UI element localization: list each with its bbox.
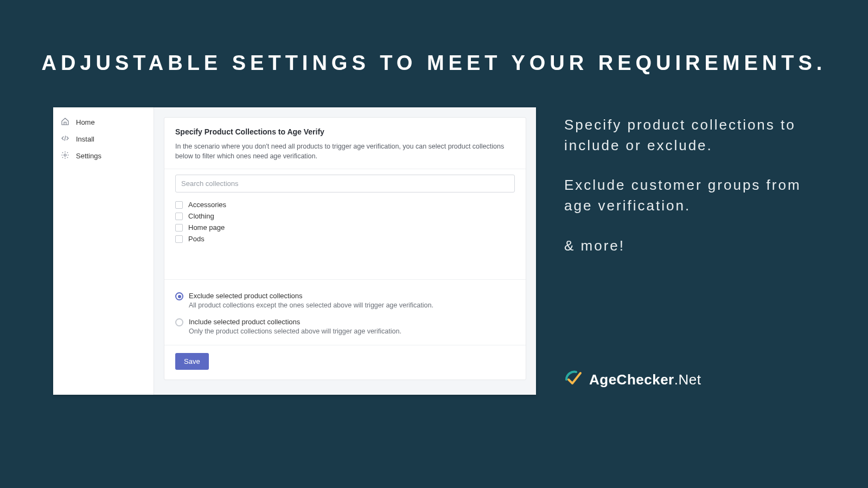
collection-row[interactable]: Accessories [175, 199, 515, 210]
sidebar-item-label: Install [76, 135, 94, 143]
card-title: Specify Product Collections to Age Verif… [175, 127, 515, 136]
checkbox-icon[interactable] [175, 224, 183, 232]
collection-row[interactable]: Clothing [175, 210, 515, 222]
radio-icon[interactable] [175, 292, 183, 300]
gear-icon [61, 151, 69, 161]
search-collections-input[interactable] [175, 175, 515, 192]
sidebar-item-label: Settings [76, 152, 101, 160]
collection-label: Home page [188, 223, 225, 232]
brand-text: AgeChecker.Net [589, 371, 701, 388]
promo-copy: Specify product collections to include o… [564, 115, 803, 275]
hero-title: ADJUSTABLE SETTINGS TO MEET YOUR REQUIRE… [0, 0, 868, 75]
radio-icon[interactable] [175, 318, 183, 326]
brand-logo: AgeChecker.Net [564, 369, 701, 390]
radio-help-text: Only the product collections selected ab… [175, 328, 515, 335]
sidebar-item-label: Home [76, 118, 95, 126]
sidebar-item-home[interactable]: Home [53, 114, 154, 131]
sidebar: Home Install Settings [53, 107, 154, 395]
card-description: In the scenario where you don't need all… [175, 142, 515, 161]
collection-row[interactable]: Pods [175, 233, 515, 245]
collection-label: Clothing [188, 212, 214, 220]
collection-row[interactable]: Home page [175, 222, 515, 233]
radio-help-text: All product collections except the ones … [175, 301, 515, 309]
checkbox-icon[interactable] [175, 235, 183, 243]
collection-label: Pods [188, 235, 205, 243]
collection-label: Accessories [188, 201, 226, 209]
promo-line-3: & more! [564, 236, 803, 256]
radio-label: Include selected product collections [189, 318, 300, 326]
checkmark-icon [564, 369, 584, 390]
checkbox-icon[interactable] [175, 201, 183, 209]
radio-exclude-row[interactable]: Exclude selected product collections [175, 288, 515, 301]
sidebar-item-install[interactable]: Install [53, 131, 154, 147]
sidebar-item-settings[interactable]: Settings [53, 147, 154, 164]
promo-line-2: Exclude customer groups from age verific… [564, 175, 803, 216]
code-icon [61, 134, 69, 144]
radio-include-row[interactable]: Include selected product collections [175, 314, 515, 328]
promo-line-1: Specify product collections to include o… [564, 115, 803, 156]
home-icon [61, 117, 69, 127]
settings-card: Specify Product Collections to Age Verif… [164, 117, 526, 380]
svg-point-0 [64, 154, 66, 156]
radio-label: Exclude selected product collections [189, 292, 303, 300]
checkbox-icon[interactable] [175, 213, 183, 220]
save-button[interactable]: Save [175, 353, 209, 370]
main-content: Specify Product Collections to Age Verif… [154, 107, 536, 395]
app-window: Home Install Settings Specify Product Co… [53, 107, 536, 395]
